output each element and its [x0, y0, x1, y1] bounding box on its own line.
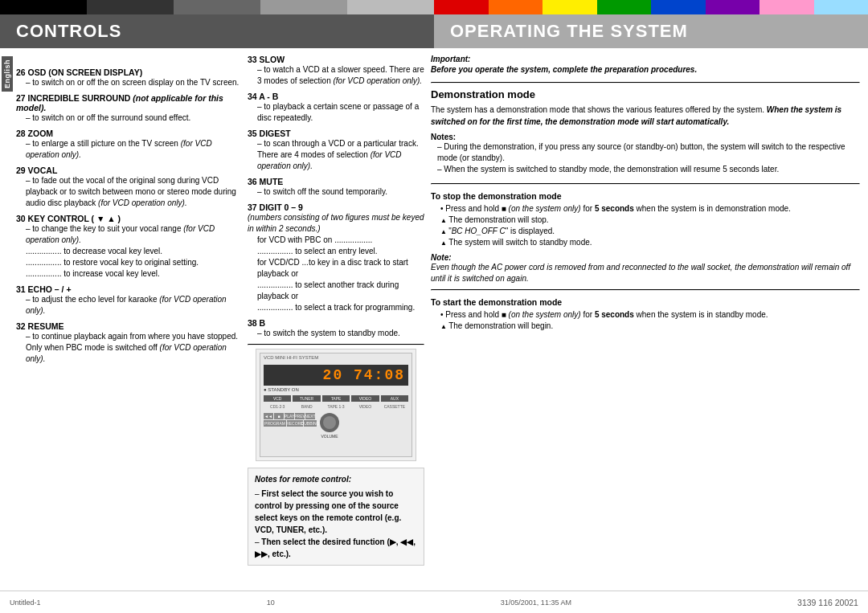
device-display: 20 74:08 — [264, 365, 408, 386]
control-item-37: 37 DIGIT 0 – 9 (numbers consisting of tw… — [248, 202, 424, 313]
sub-labels: CD1·2·3 BAND TAPE 1·3 VIDEO CASSETTE — [260, 403, 411, 410]
ctrl-num-36: 36 — [248, 177, 260, 186]
footer-filename: Untitled-1 — [10, 599, 41, 607]
ctrl-title-33: SLOW — [260, 55, 285, 64]
header-strip: CONTROLS OPERATING THE SYSTEM — [0, 14, 868, 48]
page-number-left: – — [8, 55, 241, 64]
control-item-36: 36 MUTE to switch off the sound temporar… — [248, 177, 424, 198]
standby-label: ● STANDBY ON — [260, 387, 411, 392]
note-block-title: Note: — [431, 253, 860, 262]
ctrl-title-29: VOCAL — [28, 166, 58, 175]
ctrl-desc-35: to scan through a VCD or a particular tr… — [248, 138, 424, 172]
control-item-26: 26 OSD (ON SCREEN DISPLAY) to switch on … — [16, 67, 241, 88]
btn-aux: AUX — [381, 395, 408, 402]
left-controls: ◄◄ ■ PLAY PREV NEXT PROGRAM RECORD DUBBI… — [264, 413, 317, 439]
note-block: Note: Even though the AC power cord is r… — [431, 253, 860, 284]
demo-body: The system has a demonstration mode that… — [431, 104, 860, 128]
middle-column: 33 SLOW to watch a VCD at a slower speed… — [248, 55, 424, 587]
ctrl-title-34: A - B — [259, 92, 278, 101]
color-block-orange — [489, 0, 543, 14]
main-content: English – 26 OSD (ON SCREEN DISPLAY) to … — [0, 48, 868, 591]
ctrl-num-28: 28 — [16, 129, 28, 138]
control-item-30: 30 KEY CONTROL ( ▼ ▲ ) to change the key… — [16, 214, 241, 280]
stop-demo-title: To stop the demonstration mode — [431, 191, 860, 201]
ctrl-num-31: 31 — [16, 284, 28, 294]
control-item-32: 32 RESUME to continue playback again fro… — [16, 321, 241, 365]
start-demo-title: To start the demonstration mode — [431, 297, 860, 307]
btn-pause: PREV — [295, 413, 305, 419]
section-divider — [248, 344, 424, 345]
color-block-3 — [174, 0, 260, 14]
ctrl-desc-31: to adjust the echo level for karaoke (fo… — [16, 294, 241, 317]
footer-date: 31/05/2001, 11:35 AM — [501, 599, 571, 607]
header-left: CONTROLS — [0, 14, 434, 48]
demo-note-1: During the demonstration, if you press a… — [431, 141, 860, 164]
ctrl-title-28: ZOOM — [28, 129, 54, 138]
demo-section: Demonstration mode The system has a demo… — [431, 88, 860, 175]
important-label: Important: — [431, 55, 860, 63]
ctrl-num-29: 29 — [16, 166, 28, 175]
top-bar-left — [0, 0, 434, 14]
control-item-33: 33 SLOW to watch a VCD at a slower speed… — [248, 55, 424, 87]
ctrl-title-36: MUTE — [260, 177, 284, 186]
btn-tape: TAPE — [322, 395, 350, 402]
controls-list: 26 OSD (ON SCREEN DISPLAY) to switch on … — [8, 67, 241, 365]
btn-ffd: NEXT — [305, 413, 315, 419]
controls-title: CONTROLS — [16, 21, 121, 42]
right-controls: VOLUME — [320, 413, 339, 439]
start-demo-section: To start the demonstration mode Press an… — [431, 297, 860, 332]
control-item-29: 29 VOCAL to fade out the vocal of the or… — [16, 166, 241, 209]
control-item-35: 35 DIGEST to scan through a VCD or a par… — [248, 129, 424, 172]
btn-play: PLAY — [285, 413, 294, 419]
footer-product-code: 3139 116 20021 — [797, 598, 858, 607]
start-demo-tri: The demonstration will begin. — [431, 321, 860, 332]
demo-notes: Notes: During the demonstration, if you … — [431, 133, 860, 175]
operating-title: OPERATING THE SYSTEM — [450, 21, 688, 42]
notes-remote-item2: – Then select the desired function (▶, ◀… — [255, 536, 417, 560]
ctrl-title-26: OSD (ON SCREEN DISPLAY) — [28, 67, 143, 77]
ctrl-desc-32: to continue playback again from where yo… — [16, 331, 241, 365]
color-block-2 — [87, 0, 174, 14]
ctrl-title-32: RESUME — [28, 321, 64, 331]
btn-dubbing: DUBBING — [304, 420, 317, 427]
footer: Untitled-1 10 31/05/2001, 11:35 AM 3139 … — [0, 591, 868, 613]
ctrl-title-38: B — [260, 318, 266, 328]
btn-video: VIDEO — [351, 395, 379, 402]
ctrl-title-27: INCREDIBLE SURROUND (not applicable for … — [16, 93, 223, 112]
ctrl-desc-37b: for VCD with PBC on ................. — [248, 235, 424, 246]
ctrl-num-27: 27 — [16, 93, 28, 103]
volume-knob — [320, 413, 339, 432]
note-block-text: Even though the AC power cord is removed… — [431, 262, 860, 284]
important-section: Important: Before you operate the system… — [431, 55, 860, 76]
top-bar-right — [434, 0, 868, 14]
color-block-purple — [706, 0, 760, 14]
color-block-red — [434, 0, 489, 14]
right-divider-1 — [431, 82, 860, 84]
ctrl-desc-34: to playback a certain scene or passage o… — [248, 101, 424, 124]
ctrl-title-30: KEY CONTROL ( ▼ ▲ ) — [28, 214, 121, 223]
ctrl-title-31: ECHO – / + — [28, 284, 72, 294]
top-controls-row: ◄◄ ■ PLAY PREV NEXT — [264, 413, 317, 419]
right-divider-2 — [431, 183, 860, 185]
right-divider-3 — [431, 289, 860, 291]
demo-notes-title: Notes: — [431, 133, 860, 141]
volume-label: VOLUME — [321, 434, 338, 439]
ctrl-num-32: 32 — [16, 321, 28, 331]
ctrl-desc-30c: ................ to restore vocal key to… — [16, 257, 241, 268]
stop-demo-section: To stop the demonstration mode Press and… — [431, 191, 860, 248]
color-block-yellow — [542, 0, 597, 14]
important-text: Before you operate the system, complete … — [431, 63, 860, 76]
color-block-4 — [260, 0, 347, 14]
right-column: Important: Before you operate the system… — [431, 55, 860, 587]
ctrl-desc-37e: ................ to select another track… — [248, 280, 424, 302]
ctrl-desc-30d: ................ to increase vocal key l… — [16, 268, 241, 280]
ctrl-desc-37a: (numbers consisting of two figures must … — [248, 212, 424, 235]
ctrl-desc-37d: for VCD/CD ...to key in a disc track to … — [248, 257, 424, 280]
stop-demo-tri3: The system will switch to standby mode. — [431, 237, 860, 248]
control-item-31: 31 ECHO – / + to adjust the echo level f… — [16, 284, 241, 317]
ctrl-num-33: 33 — [248, 55, 260, 64]
color-block-lightblue — [814, 0, 869, 14]
btn-program: PROGRAM — [264, 420, 286, 427]
ctrl-num-38: 38 — [248, 318, 260, 328]
ctrl-desc-36: to switch off the sound temporarily. — [248, 186, 424, 198]
